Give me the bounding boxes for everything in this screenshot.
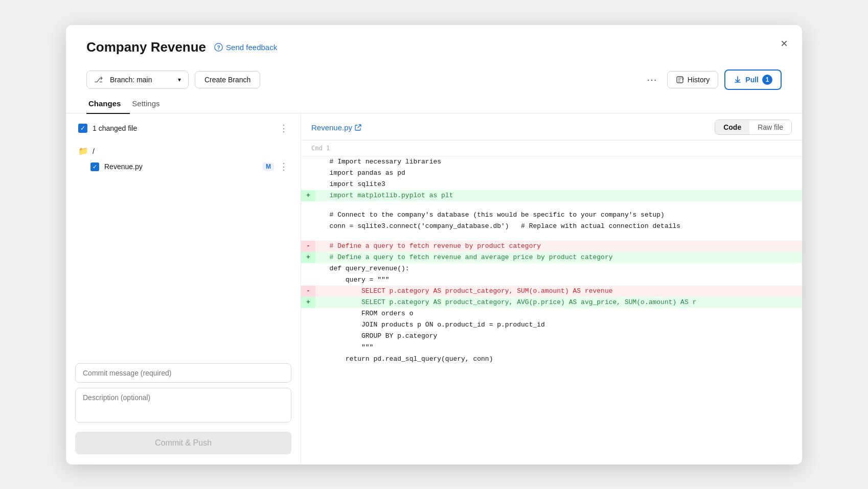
code-line: import pandas as pd <box>301 168 802 179</box>
code-line-text: FROM orders o <box>315 308 419 319</box>
pull-count-badge: 1 <box>762 75 772 85</box>
code-line: + # Define a query to fetch revenue and … <box>301 252 802 263</box>
view-raw-button[interactable]: Raw file <box>749 120 791 134</box>
commit-message-input[interactable] <box>75 363 291 383</box>
code-line-prefix <box>301 342 315 353</box>
file-options-button[interactable]: ⋮ <box>279 161 288 172</box>
code-line-text: query = """ <box>315 274 396 286</box>
file-link[interactable]: Revenue.py <box>311 123 361 132</box>
toolbar: ⎇ Branch: main ▾ Create Branch ⋯ History… <box>66 64 802 95</box>
file-checkbox[interactable]: ✓ <box>90 162 99 171</box>
code-line: GROUP BY p.category <box>301 331 802 342</box>
folder-icon: 📁 <box>78 146 88 156</box>
code-line-text: return pd.read_sql_query(query, conn) <box>315 354 499 365</box>
more-icon: ⋯ <box>647 74 657 85</box>
code-line: + SELECT p.category AS product_category,… <box>301 297 802 308</box>
code-line-text: def query_revenue(): <box>315 263 416 274</box>
branch-label: Branch: main <box>110 76 174 84</box>
feedback-icon: ? <box>214 43 223 52</box>
code-spacer <box>301 201 802 209</box>
changed-files-header: ✓ 1 changed file ⋮ <box>75 123 291 141</box>
modal-title: Company Revenue <box>86 39 206 55</box>
code-line: conn = sqlite3.connect('company_database… <box>301 221 802 232</box>
code-line-prefix <box>301 209 315 221</box>
code-line-prefix: - <box>301 286 315 297</box>
code-line: - # Define a query to fetch revenue by p… <box>301 241 802 252</box>
file-row[interactable]: ✓ Revenue.py M ⋮ <box>75 158 291 175</box>
tab-changes[interactable]: Changes <box>86 95 130 114</box>
pull-label: Pull <box>745 76 759 84</box>
code-line-prefix <box>301 274 315 286</box>
file-tree: 📁 / ✓ Revenue.py M ⋮ <box>75 141 291 178</box>
code-line: import sqlite3 <box>301 179 802 190</box>
more-options-button[interactable]: ⋯ <box>643 72 661 88</box>
code-line-prefix <box>301 168 315 179</box>
create-branch-button[interactable]: Create Branch <box>195 71 260 88</box>
code-line-prefix <box>301 319 315 331</box>
code-line-text: GROUP BY p.category <box>315 331 443 342</box>
content-area: ✓ 1 changed file ⋮ 📁 / ✓ Revenue.py M ⋮ <box>66 113 802 463</box>
code-line-prefix: + <box>301 297 315 308</box>
code-line-prefix <box>301 263 315 274</box>
file-item-name: Revenue.py <box>104 162 258 171</box>
svg-text:?: ? <box>217 44 220 50</box>
code-line-text: import sqlite3 <box>315 179 392 190</box>
modal-header: Company Revenue ? Send feedback × <box>66 25 802 64</box>
code-line-prefix <box>301 179 315 190</box>
cmd-hint: Cmd 1 <box>301 141 802 156</box>
code-line-text: JOIN products p ON o.product_id = p.prod… <box>315 319 551 331</box>
code-line-text: # Define a query to fetch revenue and av… <box>315 252 619 263</box>
code-line: return pd.read_sql_query(query, conn) <box>301 354 802 365</box>
code-line-prefix: + <box>301 190 315 201</box>
code-line: def query_revenue(): <box>301 263 802 274</box>
code-line-prefix <box>301 354 315 365</box>
code-line-text: # Connect to the company's database (thi… <box>315 209 671 221</box>
code-line-text: SELECT p.category AS product_category, A… <box>315 297 702 308</box>
right-panel: Revenue.py Code Raw file Cmd 1 # Import … <box>301 113 802 463</box>
tabs-bar: Changes Settings <box>66 95 802 114</box>
changed-files-count: 1 changed file <box>93 124 274 132</box>
code-line-text: # Import necessary libraries <box>315 156 447 168</box>
code-line: - SELECT p.category AS product_category,… <box>301 286 802 297</box>
code-line-prefix: + <box>301 252 315 263</box>
branch-icon: ⎇ <box>94 75 103 84</box>
code-line: """ <box>301 342 802 353</box>
files-options-button[interactable]: ⋮ <box>279 123 288 134</box>
code-line: FROM orders o <box>301 308 802 319</box>
code-line: JOIN products p ON o.product_id = p.prod… <box>301 319 802 331</box>
commit-area: Commit & Push <box>75 356 291 463</box>
close-button[interactable]: × <box>781 37 788 50</box>
pull-icon <box>734 76 742 84</box>
left-panel: ✓ 1 changed file ⋮ 📁 / ✓ Revenue.py M ⋮ <box>66 113 301 463</box>
branch-select[interactable]: ⎇ Branch: main ▾ <box>86 71 189 89</box>
history-button[interactable]: History <box>667 71 719 88</box>
code-line-prefix <box>301 308 315 319</box>
code-spacer <box>301 232 802 241</box>
code-line-text: conn = sqlite3.connect('company_database… <box>315 221 687 232</box>
commit-push-button[interactable]: Commit & Push <box>75 432 291 454</box>
code-line-prefix: - <box>301 241 315 252</box>
file-modified-badge: M <box>263 162 274 171</box>
chevron-down-icon: ▾ <box>178 76 181 83</box>
description-input[interactable] <box>75 388 291 423</box>
send-feedback-link[interactable]: ? Send feedback <box>214 43 277 52</box>
code-block: # Import necessary libraries import pand… <box>301 156 802 365</box>
code-line-prefix <box>301 221 315 232</box>
code-line-prefix <box>301 156 315 168</box>
code-line-text: SELECT p.category AS product_category, S… <box>315 286 619 297</box>
code-line-text: import matplotlib.pyplot as plt <box>315 190 459 201</box>
pull-button[interactable]: Pull 1 <box>724 69 782 90</box>
folder-name: / <box>93 147 95 155</box>
code-area[interactable]: # Import necessary libraries import pand… <box>301 156 802 463</box>
view-code-button[interactable]: Code <box>715 120 749 134</box>
tab-settings[interactable]: Settings <box>130 95 169 114</box>
code-line-text: # Define a query to fetch revenue by pro… <box>315 241 547 252</box>
code-line-text: import pandas as pd <box>315 168 412 179</box>
all-files-checkbox[interactable]: ✓ <box>78 124 87 133</box>
main-modal: Company Revenue ? Send feedback × ⎇ Bran… <box>66 25 802 464</box>
file-header: Revenue.py Code Raw file <box>301 113 802 141</box>
code-line: query = """ <box>301 274 802 286</box>
folder-row: 📁 / <box>75 144 291 158</box>
code-line: + import matplotlib.pyplot as plt <box>301 190 802 201</box>
history-label: History <box>688 76 710 84</box>
